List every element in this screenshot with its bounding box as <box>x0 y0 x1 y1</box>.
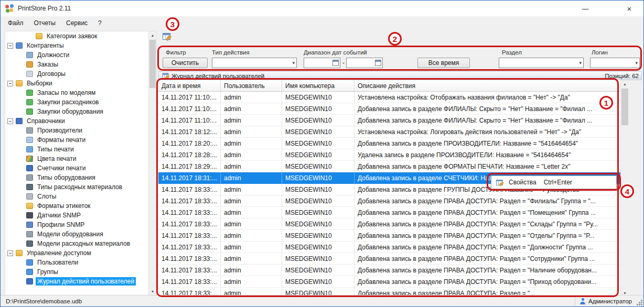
sidebar-item[interactable]: Профили SNMP <box>5 220 156 229</box>
tree-item-icon <box>26 52 33 58</box>
context-menu: Свойства Ctrl+Enter <box>491 176 617 189</box>
cell-action: Установлена настройка: Логировать действ… <box>355 126 620 138</box>
table-row[interactable]: 14.11.2017 18:28:... admin MSEDGEWIN10 У… <box>158 149 620 161</box>
date-to-input[interactable] <box>346 58 383 68</box>
login-select[interactable]: ▾ <box>590 58 640 68</box>
action-type-select[interactable]: ▾ <box>212 58 297 68</box>
tree-scrollbar-thumb[interactable] <box>149 40 156 88</box>
sidebar-item[interactable]: Типы оборудования <box>5 173 156 182</box>
calendar-icon[interactable] <box>375 60 381 66</box>
cell-user: admin <box>221 126 282 138</box>
sidebar-item[interactable]: Типы расходных материалов <box>5 182 156 192</box>
table-row[interactable]: 14.11.2017 11:10:... admin MSEDGEWIN10 Д… <box>158 115 620 126</box>
cell-date: 14.11.2017 18:12:... <box>158 126 221 138</box>
menu-item[interactable]: ? <box>93 17 107 29</box>
close-button[interactable]: × <box>619 1 639 16</box>
user-icon <box>579 298 586 304</box>
sidebar-item[interactable]: Должности <box>5 50 156 60</box>
table-row[interactable]: 14.11.2017 18:33:... admin MSEDGEWIN10 Д… <box>158 218 620 230</box>
column-header-computer[interactable]: Имя компьютера <box>282 80 355 91</box>
table-row[interactable]: 14.11.2017 18:33:... admin MSEDGEWIN10 Д… <box>158 242 620 253</box>
sidebar-item[interactable]: Справочники <box>5 116 156 126</box>
log-properties-toolbar-button[interactable] <box>160 30 173 42</box>
tree-expander-icon[interactable] <box>7 118 13 124</box>
scroll-up-icon[interactable]: ▲ <box>149 31 156 39</box>
sidebar-item[interactable]: Закупки оборудования <box>5 107 156 116</box>
menu-item[interactable]: Сервис <box>61 17 93 29</box>
sidebar-item[interactable]: Заказы <box>5 60 156 69</box>
tree-item-icon <box>26 71 33 77</box>
table-row[interactable]: 14.11.2017 18:29:... admin MSEDGEWIN10 Д… <box>158 161 620 172</box>
database-path: D:\PrintStore\demobase.udb <box>1 298 575 304</box>
tree-item-icon <box>26 90 33 96</box>
table-scrollbar-thumb[interactable] <box>621 89 628 125</box>
table-scrollbar[interactable]: ▲ ▼ <box>620 80 629 297</box>
menu-item[interactable]: Отчеты <box>29 17 61 29</box>
scroll-up-icon[interactable]: ▲ <box>621 80 629 88</box>
column-header-user[interactable]: Пользователь <box>221 80 282 91</box>
login-label: Логин <box>592 49 608 56</box>
tree-item-label: Профили SNMP <box>36 221 86 229</box>
sidebar-item[interactable]: Модели расходных материалов <box>5 239 156 248</box>
sidebar-item[interactable]: Управление доступом <box>5 248 156 258</box>
sidebar-item[interactable]: Запасы по моделям <box>5 88 156 97</box>
table-row[interactable]: 14.11.2017 11:10:... admin MSEDGEWIN10 У… <box>158 92 620 103</box>
sidebar-item[interactable]: Выборки <box>5 79 156 88</box>
table-row[interactable]: 14.11.2017 18:33:... admin MSEDGEWIN10 Д… <box>158 265 620 276</box>
sidebar-item[interactable]: Типы печати <box>5 145 156 154</box>
sidebar-item[interactable]: Контрагенты <box>5 41 156 50</box>
table-row[interactable]: 14.11.2017 18:33:... admin MSEDGEWIN10 Д… <box>158 230 620 242</box>
table-row[interactable]: 14.11.2017 18:33:... admin MSEDGEWIN10 Д… <box>158 207 620 218</box>
cell-date: 14.11.2017 18:29:... <box>158 161 221 172</box>
cell-computer: MSEDGEWIN10 <box>282 103 355 115</box>
sidebar-item[interactable]: Группы <box>5 267 156 277</box>
table-row[interactable]: 14.11.2017 18:33:... admin MSEDGEWIN10 Д… <box>158 276 620 288</box>
cell-action: Установлена настройка: Отображать назван… <box>355 92 620 103</box>
sidebar-item[interactable]: Журнал действий пользователей <box>5 277 156 286</box>
sidebar-item[interactable]: Цвета печати <box>5 154 156 163</box>
calendar-icon[interactable] <box>332 60 339 66</box>
resize-grip[interactable] <box>641 304 642 305</box>
minimize-button[interactable]: — <box>575 1 595 16</box>
tree-item-label: Модели расходных материалов <box>36 239 132 248</box>
sidebar-item[interactable]: Слоты <box>5 192 156 201</box>
statusbar: D:\PrintStore\demobase.udb Администратор <box>1 295 643 306</box>
all-time-button[interactable]: Все время <box>417 58 470 68</box>
tree-item-label: Закупки оборудования <box>36 107 105 116</box>
date-from-input[interactable] <box>304 58 340 68</box>
cell-action: Добавлена запись в разделе ПРАВА ДОСТУПА… <box>355 230 620 242</box>
sidebar-item[interactable]: Пользователи <box>5 258 156 267</box>
table-row[interactable]: 14.11.2017 18:12:... admin MSEDGEWIN10 У… <box>158 126 620 138</box>
table-row[interactable]: 14.11.2017 18:20:... admin MSEDGEWIN10 Д… <box>158 138 620 149</box>
menu-item[interactable]: Файл <box>3 17 29 29</box>
tree-expander-icon[interactable] <box>7 81 13 86</box>
positions-count: Позиций: 62 <box>605 73 639 79</box>
cell-user: admin <box>221 218 282 230</box>
table-row[interactable]: 14.11.2017 11:10:... admin MSEDGEWIN10 Д… <box>158 103 620 115</box>
sidebar-item[interactable]: Производители <box>5 126 156 135</box>
tree-scrollbar[interactable]: ▲ ▼ <box>148 31 156 295</box>
sidebar-item[interactable]: Договоры <box>5 69 156 79</box>
cell-action: Добавлена запись в разделе ПРАВА ДОСТУПА… <box>355 253 620 265</box>
column-header-action[interactable]: Описание действия <box>355 80 620 91</box>
table-row[interactable]: 14.11.2017 18:33:... admin MSEDGEWIN10 Д… <box>158 253 620 265</box>
titlebar: PrintStore Pro 2.11 — × <box>1 1 643 16</box>
sidebar-item[interactable]: Форматы этикеток <box>5 201 156 211</box>
sidebar-item[interactable]: Закупки расходников <box>5 97 156 107</box>
table-row[interactable]: 14.11.2017 18:33:... admin MSEDGEWIN10 Д… <box>158 195 620 207</box>
tree-expander-icon[interactable] <box>7 43 13 49</box>
sidebar-item[interactable]: Категории заявок <box>5 31 156 41</box>
tree-expander-icon[interactable] <box>7 250 13 256</box>
clear-filter-button[interactable]: Очистить <box>163 58 208 68</box>
sidebar-item[interactable]: Форматы печати <box>5 135 156 145</box>
sidebar-item[interactable]: Модели оборудования <box>5 229 156 239</box>
scroll-down-icon[interactable]: ▼ <box>149 288 156 295</box>
tree-item-label: Заказы <box>36 60 60 69</box>
tree-item-icon <box>26 174 33 181</box>
sidebar-item[interactable]: Датчики SNMP <box>5 211 156 220</box>
sidebar-item[interactable]: Счетчики печати <box>5 163 156 173</box>
section-select[interactable]: ▾ <box>499 58 584 68</box>
context-menu-properties[interactable]: Свойства <box>509 179 536 186</box>
cell-computer: MSEDGEWIN10 <box>282 218 355 230</box>
column-header-date[interactable]: Дата и время <box>158 80 221 91</box>
